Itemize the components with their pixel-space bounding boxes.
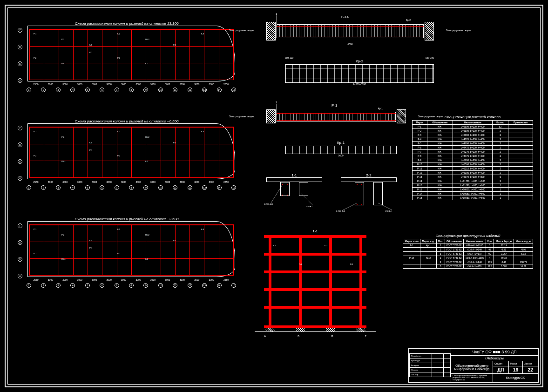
svg-point-5: [287, 195, 288, 196]
svg-point-8: [357, 184, 358, 185]
svg-line-0: [271, 184, 283, 203]
svg-point-9: [361, 184, 362, 185]
beam-r1: Р-1 2↓ Кр-1 Электродуговая сварка Электр…: [266, 108, 406, 118]
svg-point-11: [361, 204, 362, 205]
section-1-1-big: 1-1 К-1Р-1К-2Р-1 А Б В Г: [264, 229, 366, 338]
plan-2: Схема расположения колонн и ригелей на о…: [15, 117, 238, 192]
plan-1: Схема расположения колонн и ригелей на о…: [15, 20, 238, 94]
title-block: Разработал Руководит. Консульт. Н.контр.…: [408, 348, 539, 383]
plan-3-title: Схема расположения колонн и ригелей на о…: [15, 217, 238, 221]
beam-r14: Р-14 1↓ Кр-2 Электродуговая сварка Элект…: [266, 20, 434, 34]
spec1-wrap: Спецификация ригелей каркаса МаркаОбозна…: [412, 115, 533, 200]
svg-point-2: [282, 184, 283, 185]
drawing-sheet: Схема расположения колонн и ригелей на о…: [5, 5, 543, 387]
section-2-2-small: 2-2 2 ∅18 А-III ∅10 А-I: [341, 173, 397, 215]
spec2-table: Марка эл-таМарка изд.Поз.ОбозначениеНаим…: [403, 239, 533, 269]
plan-1-title: Схема расположения колонн и ригелей на о…: [15, 21, 238, 26]
plan-2-title: Схема расположения колонн и ригелей на о…: [15, 119, 238, 123]
svg-line-1: [301, 194, 313, 205]
svg-point-10: [357, 204, 358, 205]
svg-line-7: [378, 203, 392, 210]
plan-3: Схема расположения колонн и ригелей на о…: [15, 215, 238, 290]
svg-point-3: [287, 184, 288, 185]
svg-point-4: [282, 195, 283, 196]
section-1-1-small: 1-1 1 ∅20 А-III ∅10 А-I: [266, 173, 322, 215]
cage-kr2: Кр-2 2×300+5760 шаг 100 шаг 100: [285, 59, 434, 86]
spec2-wrap: Спецификация арматурных изделий Марка эл…: [403, 234, 533, 269]
spec1-table: МаркаОбозначениеНаименованиеКол-воПримеч…: [412, 120, 533, 200]
cage-kr1: Кр-1 5600: [285, 141, 397, 157]
beam-r14-name: Р-14: [341, 15, 349, 19]
svg-line-6: [343, 203, 357, 210]
